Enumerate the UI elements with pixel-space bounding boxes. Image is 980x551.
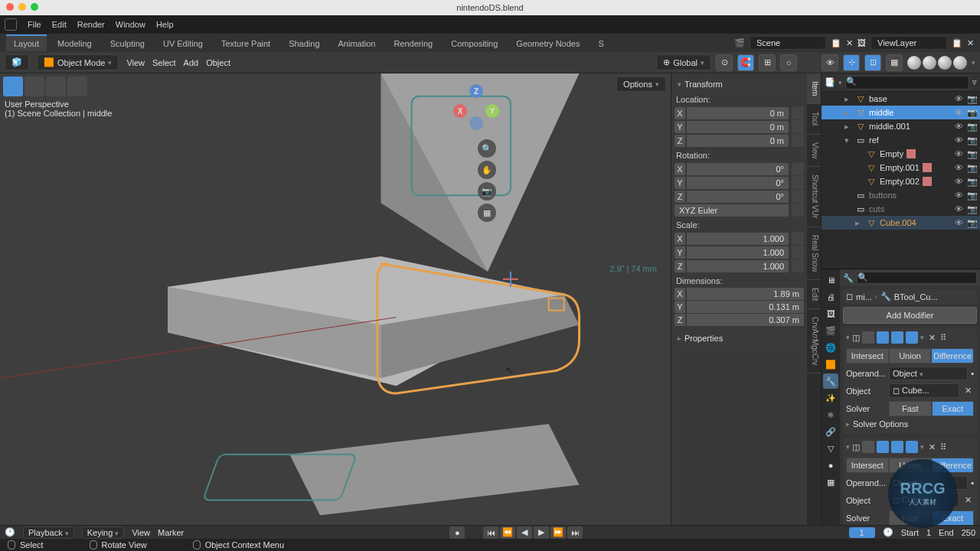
dim-x[interactable]: 1.89 m	[687, 288, 804, 300]
blender-logo-icon[interactable]	[5, 18, 17, 31]
outliner-item-cuts[interactable]: ▭cuts👁📷	[822, 202, 980, 216]
outliner-item-empty-002[interactable]: ▽Empty.002👁📷	[822, 174, 980, 188]
proportional-icon[interactable]: ○	[780, 54, 797, 71]
menu-render[interactable]: Render	[77, 20, 105, 29]
nav-gizmo[interactable]: Z X Y	[453, 84, 499, 130]
3d-viewport[interactable]: Options▾ User Perspective (1) Scene Coll…	[0, 73, 671, 525]
outliner-item-empty-001[interactable]: ▽Empty.001👁📷	[822, 161, 980, 174]
tab-compositing[interactable]: Compositing	[443, 34, 505, 51]
operand-type[interactable]: Object ▾	[889, 367, 968, 380]
viewlayer-browse-icon[interactable]: 🖼	[858, 38, 866, 47]
orientation-dropdown[interactable]: ⊕Global▾	[656, 54, 711, 70]
shading-solid-icon[interactable]	[923, 56, 936, 70]
ntab-tool[interactable]: Tool	[807, 104, 821, 134]
menu-help[interactable]: Help	[156, 20, 174, 29]
hdr-view[interactable]: View	[126, 58, 145, 67]
pivot-icon[interactable]: ⊙	[716, 54, 733, 71]
rotation-mode[interactable]: XYZ Euler	[675, 204, 789, 217]
ptab-physics[interactable]: ⚛	[823, 407, 838, 422]
ptab-modifiers[interactable]: 🔧	[823, 373, 838, 389]
outliner-item-cube-004[interactable]: ▸▽Cube.004👁📷	[822, 216, 980, 230]
clear-object-icon[interactable]: ✕	[962, 386, 974, 396]
tl-view[interactable]: View	[132, 528, 150, 537]
rot-y[interactable]: 0°	[687, 177, 789, 189]
shading-matprev-icon[interactable]	[938, 56, 952, 70]
lock-icon[interactable]	[792, 176, 804, 189]
tab-texpaint[interactable]: Texture Paint	[214, 34, 278, 51]
shading-rendered-icon[interactable]	[953, 56, 967, 70]
mod-realtime-icon[interactable]	[862, 331, 874, 344]
mod-render-icon[interactable]	[891, 441, 903, 453]
snap-target-icon[interactable]: ⊞	[759, 54, 776, 71]
pan-icon[interactable]: ✋	[478, 161, 496, 179]
ntab-view[interactable]: View	[807, 135, 821, 168]
hdr-select[interactable]: Select	[152, 58, 176, 67]
keyframe-prev-icon[interactable]: ⏪	[500, 527, 515, 539]
transform-panel-header[interactable]: ▾Transform	[675, 77, 804, 92]
tab-more[interactable]: S	[590, 34, 611, 51]
solver-options-header[interactable]: Solver Options	[853, 419, 908, 429]
tab-layout[interactable]: Layout	[6, 34, 47, 51]
mod-delete-icon[interactable]: ✕	[926, 333, 938, 343]
mod-editmode-icon[interactable]	[877, 441, 889, 453]
editor-type-dropdown[interactable]: 🧊	[5, 54, 29, 70]
loc-x[interactable]: 0 m	[687, 107, 789, 119]
tl-marker[interactable]: Marker	[158, 528, 184, 537]
jump-end-icon[interactable]: ⏭	[567, 527, 583, 539]
outliner-item-buttons[interactable]: ▭buttons👁📷	[822, 188, 980, 202]
mod-render-icon[interactable]	[891, 331, 903, 344]
outliner-item-empty[interactable]: ▽Empty👁📷	[822, 147, 980, 161]
ptab-constraints[interactable]: 🔗	[823, 424, 838, 439]
lock-icon[interactable]	[792, 190, 804, 203]
mod-editmode-icon[interactable]	[877, 331, 889, 344]
axis-x-icon[interactable]: X	[453, 104, 467, 118]
rot-x[interactable]: 0°	[687, 163, 789, 175]
zoom-icon[interactable]: 🔍	[478, 139, 496, 158]
ptab-material[interactable]: ●	[823, 458, 838, 473]
ptab-viewlayer[interactable]: 🖼	[823, 306, 838, 321]
loc-z[interactable]: 0 m	[687, 135, 789, 147]
operand-object[interactable]: ◻ Cube...	[889, 383, 959, 398]
ptab-texture[interactable]: ▦	[823, 474, 838, 490]
mod-extras-icon[interactable]: ⠿	[940, 333, 946, 343]
keyframe-next-icon[interactable]: ⏩	[550, 527, 566, 539]
hdr-object[interactable]: Object	[206, 58, 230, 67]
lock-icon[interactable]	[792, 120, 804, 133]
scene-browse-icon[interactable]: 🎬	[734, 38, 745, 48]
menu-edit[interactable]: Edit	[52, 20, 67, 29]
ptab-data[interactable]: ▽	[823, 441, 838, 456]
properties-panel-header[interactable]: ▸Properties	[675, 331, 804, 346]
tool-move[interactable]	[46, 77, 66, 96]
tl-keying[interactable]: Keying ▾	[82, 527, 125, 539]
menu-file[interactable]: File	[28, 20, 41, 29]
ntab-item[interactable]: Item	[807, 73, 821, 104]
tab-modeling[interactable]: Modeling	[50, 34, 100, 51]
ptab-particles[interactable]: ✨	[823, 390, 838, 406]
tab-rendering[interactable]: Rendering	[386, 34, 440, 51]
menu-window[interactable]: Window	[116, 20, 145, 29]
lock-icon[interactable]	[792, 232, 804, 245]
props-type-icon[interactable]: 🔧	[843, 273, 854, 283]
lock-icon[interactable]	[792, 106, 804, 119]
outliner-item-base[interactable]: ▸▽base👁📷	[822, 92, 980, 106]
lock-icon[interactable]	[792, 162, 804, 175]
lock-icon[interactable]	[792, 259, 804, 272]
tool-select-box[interactable]	[3, 77, 23, 96]
tab-animation[interactable]: Animation	[331, 34, 384, 51]
tab-sculpting[interactable]: Sculpting	[103, 34, 152, 51]
tool-cursor[interactable]	[24, 77, 44, 96]
mod-cage-icon[interactable]	[906, 331, 918, 344]
viewlayer-field[interactable]: ViewLayer	[871, 36, 947, 50]
start-frame[interactable]: 1	[926, 528, 931, 537]
play-icon[interactable]: ▶	[534, 527, 549, 539]
clock-icon[interactable]: 🕐	[883, 527, 893, 537]
scene-delete-icon[interactable]: ✕	[846, 38, 853, 48]
play-reverse-icon[interactable]: ◀	[517, 527, 532, 539]
ptab-world[interactable]: 🌐	[823, 340, 838, 355]
ptab-object[interactable]: 🟧	[823, 357, 838, 372]
ptab-scene[interactable]: 🎬	[823, 323, 838, 338]
solver-mode[interactable]: FastExact	[889, 401, 974, 416]
hdr-add[interactable]: Add	[184, 58, 199, 67]
ptab-render[interactable]: 🖥	[823, 272, 838, 288]
gizmo-toggle-icon[interactable]: ⊹	[843, 54, 860, 71]
